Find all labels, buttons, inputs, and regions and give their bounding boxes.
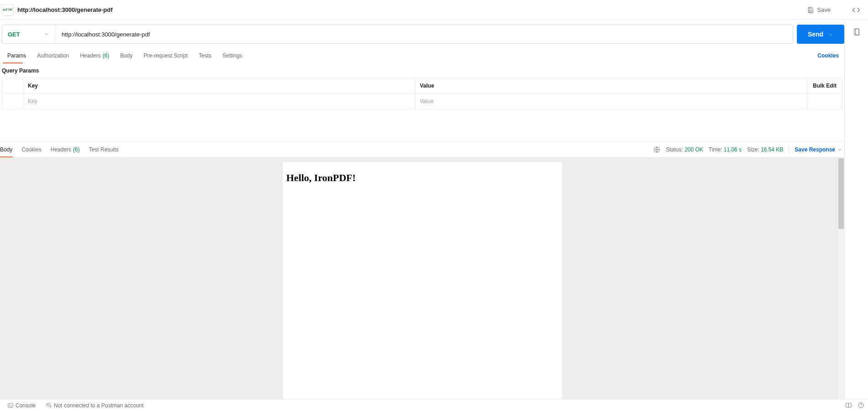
url-row: GET Send bbox=[0, 20, 844, 48]
tab-body-label: Body bbox=[120, 52, 132, 59]
tab-prerequest-label: Pre-request Script bbox=[144, 52, 188, 59]
response-tabs: Body Cookies Headers (6) Test Results St… bbox=[0, 142, 844, 157]
globe-icon[interactable] bbox=[653, 146, 660, 153]
documentation-panel-button[interactable] bbox=[850, 26, 863, 38]
cloud-off-icon bbox=[46, 402, 52, 409]
method-url-box: GET bbox=[2, 25, 793, 44]
bulk-edit-button[interactable]: Bulk Edit bbox=[807, 78, 842, 93]
chevron-down-icon bbox=[44, 31, 49, 37]
svg-rect-2 bbox=[854, 29, 859, 35]
params-empty-cell bbox=[807, 94, 842, 109]
code-icon bbox=[852, 6, 860, 14]
tab-prerequest[interactable]: Pre-request Script bbox=[138, 48, 193, 63]
console-icon bbox=[7, 402, 14, 409]
resp-tab-testresults[interactable]: Test Results bbox=[84, 142, 123, 157]
resp-tab-headers-count: (6) bbox=[73, 146, 80, 153]
help-button[interactable] bbox=[858, 402, 864, 409]
response-meta: Status: 200 OK Time: 11.06 s Size: 16.54… bbox=[653, 145, 842, 154]
status-label: Status: bbox=[666, 146, 683, 153]
connection-status-label: Not connected to a Postman account bbox=[54, 402, 144, 409]
svg-rect-0 bbox=[810, 10, 812, 12]
tab-settings-label: Settings bbox=[223, 52, 242, 59]
resp-tab-cookies-label: Cookies bbox=[21, 146, 41, 153]
code-panel-toggle[interactable] bbox=[848, 6, 864, 14]
save-button[interactable]: Save bbox=[802, 4, 835, 16]
footer-left: Console Not connected to a Postman accou… bbox=[0, 402, 146, 409]
tab-settings[interactable]: Settings bbox=[217, 48, 248, 63]
chevron-down-icon bbox=[828, 31, 833, 37]
tab-authorization[interactable]: Authorization bbox=[31, 48, 74, 63]
response-section: Body Cookies Headers (6) Test Results St… bbox=[0, 141, 844, 399]
tab-tests[interactable]: Tests bbox=[193, 48, 217, 63]
http-method-select[interactable]: GET bbox=[2, 25, 55, 43]
tab-params-label: Params bbox=[7, 52, 26, 59]
save-label: Save bbox=[817, 6, 831, 13]
request-tabs: Params Authorization Headers (6) Body Pr… bbox=[0, 48, 844, 63]
svg-rect-3 bbox=[855, 29, 859, 35]
send-button[interactable]: Send bbox=[797, 25, 844, 44]
connection-status[interactable]: Not connected to a Postman account bbox=[43, 402, 146, 409]
pdf-page: Hello, IronPDF! bbox=[283, 162, 562, 399]
save-icon bbox=[807, 6, 814, 14]
http-badge-text: HTTP bbox=[3, 8, 13, 12]
tab-headers-label: Headers bbox=[80, 52, 100, 59]
resp-tab-body-label: Body bbox=[0, 146, 12, 153]
help-icon bbox=[858, 402, 864, 409]
two-pane-icon bbox=[845, 402, 852, 409]
console-button[interactable]: Console bbox=[5, 402, 38, 409]
content-column: GET Send Params Authorization Headers (6… bbox=[0, 20, 844, 399]
right-rail bbox=[844, 20, 868, 399]
documentation-icon bbox=[852, 28, 861, 36]
footer-right bbox=[845, 402, 864, 409]
method-label: GET bbox=[8, 31, 20, 38]
tab-headers[interactable]: Headers (6) bbox=[74, 48, 114, 63]
pdf-heading: Hello, IronPDF! bbox=[286, 172, 558, 184]
tab-headers-count: (6) bbox=[103, 52, 109, 59]
time-group: Time: 11.06 s bbox=[709, 146, 742, 153]
params-value-header: Value bbox=[416, 78, 808, 93]
time-label: Time: bbox=[709, 146, 722, 153]
size-value: 16.54 KB bbox=[761, 146, 783, 153]
params-drag-handle[interactable] bbox=[2, 94, 23, 109]
pdf-viewer[interactable]: Hello, IronPDF! bbox=[0, 157, 844, 399]
params-value-cell bbox=[416, 94, 808, 109]
query-params-title: Query Params bbox=[0, 63, 844, 78]
params-key-header: Key bbox=[23, 78, 416, 93]
console-label: Console bbox=[16, 402, 36, 409]
param-key-input[interactable] bbox=[28, 98, 411, 104]
time-value: 11.06 s bbox=[724, 146, 742, 153]
save-response-label: Save Response bbox=[795, 146, 835, 153]
resp-tab-body[interactable]: Body bbox=[0, 142, 17, 157]
scrollbar-track[interactable] bbox=[838, 157, 844, 399]
tab-body[interactable]: Body bbox=[114, 48, 138, 63]
svg-line-8 bbox=[47, 403, 51, 407]
status-value: 200 OK bbox=[685, 146, 703, 153]
svg-point-12 bbox=[861, 406, 861, 407]
resp-tab-testresults-label: Test Results bbox=[89, 146, 119, 153]
params-drag-col bbox=[2, 78, 23, 93]
params-key-cell bbox=[23, 94, 416, 109]
size-group: Size: 16.54 KB bbox=[747, 146, 783, 153]
save-response-button[interactable]: Save Response bbox=[789, 145, 842, 154]
cookies-link[interactable]: Cookies bbox=[817, 52, 842, 59]
resp-tab-cookies[interactable]: Cookies bbox=[17, 142, 46, 157]
size-label: Size: bbox=[747, 146, 759, 153]
footer-bar: Console Not connected to a Postman accou… bbox=[0, 399, 868, 411]
two-pane-toggle[interactable] bbox=[845, 402, 852, 409]
resp-tab-headers-label: Headers bbox=[51, 146, 71, 153]
chevron-down-icon bbox=[837, 147, 842, 152]
query-params-table: Key Value Bulk Edit bbox=[2, 78, 842, 109]
tab-tests-label: Tests bbox=[198, 52, 211, 59]
tab-params[interactable]: Params bbox=[2, 48, 31, 63]
params-input-row bbox=[2, 94, 842, 109]
main-area: GET Send Params Authorization Headers (6… bbox=[0, 20, 868, 399]
scrollbar-thumb[interactable] bbox=[838, 158, 844, 229]
svg-rect-6 bbox=[8, 403, 13, 407]
send-label: Send bbox=[808, 31, 823, 38]
tab-authorization-label: Authorization bbox=[37, 52, 69, 59]
param-value-input[interactable] bbox=[420, 98, 803, 104]
request-title: http://localhost:3000/generate-pdf bbox=[17, 6, 802, 13]
url-input[interactable] bbox=[55, 25, 793, 43]
resp-tab-headers[interactable]: Headers (6) bbox=[46, 142, 84, 157]
top-header: HTTP http://localhost:3000/generate-pdf … bbox=[0, 0, 868, 20]
